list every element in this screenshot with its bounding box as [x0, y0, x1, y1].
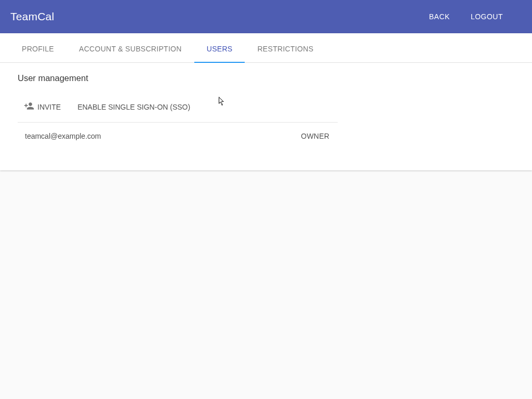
tabs: PROFILE ACCOUNT & SUBSCRIPTION USERS RES… — [0, 33, 532, 63]
logout-button[interactable]: LOGOUT — [464, 8, 509, 25]
person-add-icon — [24, 101, 34, 113]
tab-account-subscription[interactable]: ACCOUNT & SUBSCRIPTION — [66, 33, 194, 62]
content-card: PROFILE ACCOUNT & SUBSCRIPTION USERS RES… — [0, 33, 532, 170]
page-title: User management — [18, 73, 514, 83]
tab-restrictions[interactable]: RESTRICTIONS — [245, 33, 326, 62]
invite-label: INVITE — [37, 103, 61, 111]
app-title: TeamCal — [10, 10, 54, 23]
invite-button[interactable]: INVITE — [18, 101, 61, 113]
tab-profile[interactable]: PROFILE — [9, 33, 66, 62]
user-row: teamcal@example.com OWNER — [18, 123, 338, 150]
enable-sso-button[interactable]: ENABLE SINGLE SIGN-ON (SSO) — [77, 103, 190, 111]
page-body: User management INVITE ENABLE SINGLE SIG… — [0, 63, 532, 170]
back-button[interactable]: BACK — [423, 8, 456, 25]
user-email: teamcal@example.com — [25, 132, 101, 140]
header-actions: BACK LOGOUT — [423, 8, 522, 25]
user-toolbar: INVITE ENABLE SINGLE SIGN-ON (SSO) — [18, 97, 338, 123]
app-header: TeamCal BACK LOGOUT — [0, 0, 532, 33]
tab-users[interactable]: USERS — [194, 33, 245, 62]
user-role: OWNER — [301, 132, 329, 140]
